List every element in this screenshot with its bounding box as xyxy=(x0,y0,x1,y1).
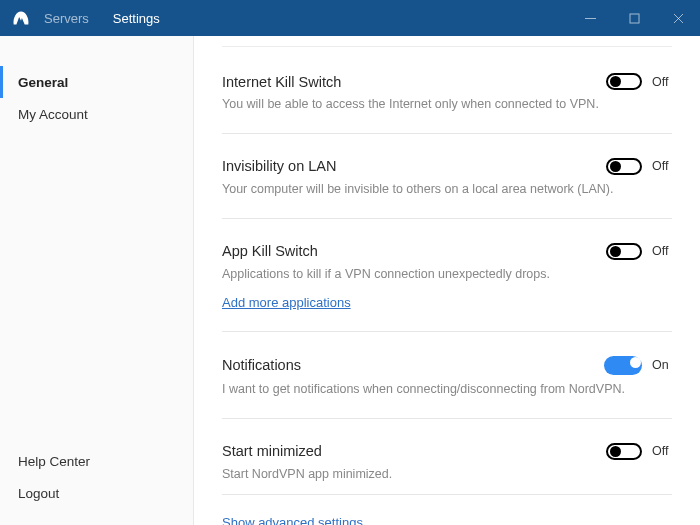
setting-start-minimized: Start minimized Off Start NordVPN app mi… xyxy=(222,443,672,489)
toggle-state-label: Off xyxy=(652,159,672,173)
maximize-button[interactable] xyxy=(612,0,656,36)
header-tabs: Servers Settings xyxy=(44,11,160,26)
setting-notifications: Notifications On I want to get notificat… xyxy=(222,356,672,419)
toggle-state-label: Off xyxy=(652,244,672,258)
setting-description: Your computer will be invisible to other… xyxy=(222,181,672,198)
tab-settings[interactable]: Settings xyxy=(113,11,160,26)
settings-panel: Internet Kill Switch Off You will be abl… xyxy=(194,36,700,525)
sidebar: General My Account Help Center Logout xyxy=(0,36,194,525)
toggle-start-minimized[interactable] xyxy=(606,443,642,460)
toggle-state-label: Off xyxy=(652,444,672,458)
setting-description: Applications to kill if a VPN connection… xyxy=(222,266,672,283)
close-button[interactable] xyxy=(656,0,700,36)
nordvpn-logo-icon xyxy=(10,7,32,29)
toggle-state-label: On xyxy=(652,358,672,372)
setting-description: Start NordVPN app minimized. xyxy=(222,466,672,483)
toggle-state-label: Off xyxy=(652,75,672,89)
setting-title: App Kill Switch xyxy=(222,243,606,259)
show-advanced-settings-link[interactable]: Show advanced settings xyxy=(222,515,363,525)
sidebar-item-general[interactable]: General xyxy=(0,66,193,98)
titlebar: Servers Settings xyxy=(0,0,700,36)
setting-title: Start minimized xyxy=(222,443,606,459)
toggle-internet-kill-switch[interactable] xyxy=(606,73,642,90)
svg-rect-1 xyxy=(630,14,639,23)
sidebar-item-logout[interactable]: Logout xyxy=(0,477,193,509)
setting-description: I want to get notifications when connect… xyxy=(222,381,672,398)
toggle-notifications[interactable] xyxy=(604,356,642,375)
window-controls xyxy=(568,0,700,36)
setting-internet-kill-switch: Internet Kill Switch Off You will be abl… xyxy=(222,73,672,134)
setting-invisibility-lan: Invisibility on LAN Off Your computer wi… xyxy=(222,158,672,219)
setting-title: Invisibility on LAN xyxy=(222,158,606,174)
setting-title: Internet Kill Switch xyxy=(222,74,606,90)
add-more-applications-link[interactable]: Add more applications xyxy=(222,295,351,310)
toggle-app-kill-switch[interactable] xyxy=(606,243,642,260)
setting-app-kill-switch: App Kill Switch Off Applications to kill… xyxy=(222,243,672,332)
tab-servers[interactable]: Servers xyxy=(44,11,89,26)
toggle-invisibility-lan[interactable] xyxy=(606,158,642,175)
minimize-button[interactable] xyxy=(568,0,612,36)
setting-title: Notifications xyxy=(222,357,604,373)
setting-description: You will be able to access the Internet … xyxy=(222,96,672,113)
sidebar-item-help-center[interactable]: Help Center xyxy=(0,445,193,477)
sidebar-item-my-account[interactable]: My Account xyxy=(0,98,193,130)
